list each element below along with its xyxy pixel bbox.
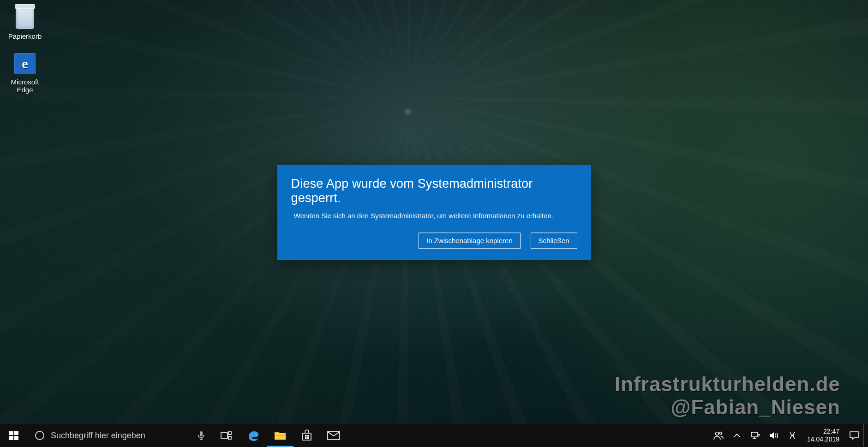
svg-rect-2 xyxy=(228,432,231,435)
taskbar-app-mail[interactable] xyxy=(320,424,347,447)
people-icon xyxy=(713,431,724,440)
svg-rect-6 xyxy=(307,435,309,437)
folder-icon xyxy=(274,430,287,441)
svg-point-13 xyxy=(791,435,793,436)
svg-rect-1 xyxy=(221,433,227,438)
taskbar-search[interactable]: Suchbegriff hier eingeben xyxy=(28,424,212,447)
svg-rect-3 xyxy=(228,436,231,439)
desktop-icon-edge[interactable]: e Microsoft Edge xyxy=(3,48,47,95)
desktop-icon-label: Microsoft Edge xyxy=(4,78,46,94)
svg-rect-5 xyxy=(305,435,307,437)
svg-rect-9 xyxy=(328,431,340,440)
tray-ease-of-access[interactable] xyxy=(783,424,802,447)
tray-overflow[interactable] xyxy=(728,424,746,447)
network-icon xyxy=(750,431,760,440)
desktop-icon-recycle-bin[interactable]: Papierkorb xyxy=(3,3,47,42)
svg-rect-8 xyxy=(307,437,309,439)
close-button[interactable]: Schließen xyxy=(531,232,577,249)
copy-to-clipboard-button[interactable]: In Zwischenablage kopieren xyxy=(419,232,521,249)
svg-point-11 xyxy=(719,432,722,435)
edge-icon xyxy=(247,429,260,442)
mail-icon xyxy=(327,431,340,440)
chevron-up-icon xyxy=(734,433,740,438)
tray-network[interactable] xyxy=(746,424,765,447)
dialog-title: Diese App wurde vom Systemadministrator … xyxy=(291,177,577,205)
task-view-button[interactable] xyxy=(212,424,240,447)
start-button[interactable] xyxy=(0,424,28,447)
search-placeholder: Suchbegriff hier eingeben xyxy=(51,431,145,441)
desktop-icon-label: Papierkorb xyxy=(4,32,46,40)
svg-rect-7 xyxy=(305,437,307,439)
task-view-icon xyxy=(221,431,232,440)
speaker-icon xyxy=(769,431,779,440)
clock-time: 22:47 xyxy=(823,428,839,436)
accessibility-icon xyxy=(787,431,797,440)
tray-volume[interactable] xyxy=(765,424,783,447)
taskbar: Suchbegriff hier eingeben xyxy=(0,424,868,447)
svg-rect-4 xyxy=(275,435,285,436)
svg-rect-0 xyxy=(200,431,203,436)
notification-icon xyxy=(849,431,859,440)
microphone-icon xyxy=(198,431,204,440)
clock-date: 14.04.2019 xyxy=(807,435,839,444)
taskbar-app-store[interactable] xyxy=(293,424,320,447)
taskbar-app-file-explorer[interactable] xyxy=(267,424,293,447)
recycle-bin-icon xyxy=(16,7,34,29)
tray-people[interactable] xyxy=(709,424,728,447)
action-center-button[interactable] xyxy=(845,424,863,447)
dialog-message: Wenden Sie sich an den Systemadministrat… xyxy=(291,212,577,220)
windows-logo-icon xyxy=(9,431,18,440)
store-icon xyxy=(301,429,313,441)
svg-rect-12 xyxy=(751,432,758,437)
cortana-icon xyxy=(35,431,44,440)
edge-icon: e xyxy=(14,53,36,74)
taskbar-clock[interactable]: 22:47 14.04.2019 xyxy=(802,428,845,444)
show-desktop-button[interactable] xyxy=(863,424,868,447)
app-blocked-dialog: Diese App wurde vom Systemadministrator … xyxy=(277,165,591,260)
svg-point-10 xyxy=(715,432,718,435)
taskbar-app-edge[interactable] xyxy=(240,424,267,447)
